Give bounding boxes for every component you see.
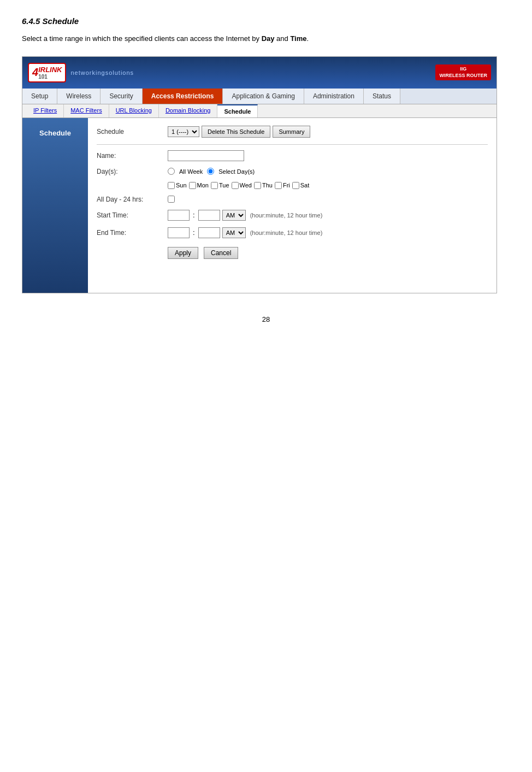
allday-label: All Day - 24 hrs: — [97, 196, 168, 203]
day-mon-item: Mon — [189, 182, 209, 189]
start-minute-input[interactable] — [198, 210, 220, 221]
checkbox-mon[interactable] — [189, 182, 196, 189]
action-row: Apply Cancel — [97, 247, 488, 259]
logo-number: 4 — [32, 66, 38, 79]
day-sun-item: Sun — [168, 182, 187, 189]
name-controls — [168, 150, 244, 161]
desc-bold2: Time — [290, 34, 306, 43]
router-header: 4 IRLINK 101 networkingsolutions IIG WIR… — [22, 57, 496, 89]
checkbox-allday[interactable] — [168, 196, 175, 203]
end-time-hint: (hour:minute, 12 hour time) — [250, 229, 323, 236]
schedule-controls: 1 (----) 2 (----) 3 (----) 4 (----) 5 (-… — [168, 126, 310, 138]
day-wed-item: Wed — [232, 182, 252, 189]
fri-label: Fri — [283, 182, 290, 188]
sidebar: Schedule — [22, 118, 88, 293]
logo-area: 4 IRLINK 101 networkingsolutions — [28, 63, 134, 82]
end-minute-input[interactable] — [198, 227, 220, 238]
badge-line1: IIG — [439, 66, 487, 73]
page-content: 6.4.5 Schedule Select a time range in wh… — [0, 0, 532, 345]
name-label: Name: — [97, 152, 168, 160]
divider — [97, 144, 488, 145]
radio-all-week[interactable] — [168, 168, 175, 175]
checkbox-wed[interactable] — [232, 182, 239, 189]
badge-line2: WIRELESS ROUTER — [439, 73, 487, 79]
desc-part1: Select a time range in which the specifi… — [22, 34, 262, 43]
checkbox-fri[interactable] — [275, 182, 282, 189]
apply-button[interactable]: Apply — [168, 247, 198, 259]
days-row: Day(s): All Week Select Day(s) — [97, 168, 488, 175]
tab-application-gaming[interactable]: Application & Gaming — [223, 89, 304, 104]
start-hour-input[interactable] — [168, 210, 190, 221]
checkbox-tue[interactable] — [211, 182, 218, 189]
radio-select-days[interactable] — [207, 168, 214, 175]
end-time-row: End Time: : AM PM (hour:minute, 12 hour … — [97, 227, 488, 238]
all-week-label: All Week — [179, 168, 203, 175]
logo-101: 101 — [38, 74, 62, 80]
end-hour-input[interactable] — [168, 227, 190, 238]
tab-wireless[interactable]: Wireless — [57, 89, 101, 104]
sub-tab-mac-filters[interactable]: MAC Filters — [64, 104, 109, 117]
checkbox-sun[interactable] — [168, 182, 175, 189]
tab-status[interactable]: Status — [364, 89, 400, 104]
name-row: Name: — [97, 150, 488, 161]
summary-button[interactable]: Summary — [273, 126, 310, 138]
colon1: : — [193, 211, 195, 219]
day-thu-item: Thu — [254, 182, 273, 189]
sub-tabs: IP Filters MAC Filters URL Blocking Doma… — [22, 104, 496, 118]
desc-part2: and — [274, 34, 290, 43]
tab-administration[interactable]: Administration — [304, 89, 364, 104]
delete-schedule-button[interactable]: Delete This Schedule — [202, 126, 270, 138]
day-fri-item: Fri — [275, 182, 290, 189]
day-checkboxes: Sun Mon Tue Wed — [168, 182, 309, 189]
desc-bold1: Day — [262, 34, 275, 43]
logo-irlink: IRLINK — [38, 66, 62, 74]
content-area: Schedule 1 (----) 2 (----) 3 (----) 4 (-… — [88, 118, 496, 293]
day-tue-item: Tue — [211, 182, 229, 189]
page-footer: 28 — [22, 304, 510, 334]
action-controls: Apply Cancel — [168, 247, 238, 259]
start-ampm-select[interactable]: AM PM — [222, 210, 246, 221]
sat-label: Sat — [300, 182, 310, 188]
radio-group: All Week Select Day(s) — [168, 168, 255, 175]
days-label: Day(s): — [97, 168, 168, 175]
day-sat-item: Sat — [292, 182, 310, 189]
sub-tab-domain-blocking[interactable]: Domain Blocking — [159, 104, 218, 117]
thu-label: Thu — [262, 182, 273, 188]
wed-label: Wed — [240, 182, 252, 188]
cancel-button[interactable]: Cancel — [204, 247, 238, 259]
colon2: : — [193, 228, 195, 237]
end-time-label: End Time: — [97, 229, 168, 237]
logo-box: 4 IRLINK 101 — [28, 63, 66, 82]
start-time-row: Start Time: : AM PM (hour:minute, 12 hou… — [97, 210, 488, 221]
tab-setup[interactable]: Setup — [22, 89, 57, 104]
sub-tab-ip-filters[interactable]: IP Filters — [27, 104, 64, 117]
mon-label: Mon — [197, 182, 209, 188]
allday-row: All Day - 24 hrs: — [97, 196, 488, 203]
router-ui: 4 IRLINK 101 networkingsolutions IIG WIR… — [22, 56, 497, 293]
select-days-label: Select Day(s) — [218, 168, 255, 175]
sub-tab-schedule[interactable]: Schedule — [217, 104, 258, 117]
sub-tab-url-blocking[interactable]: URL Blocking — [109, 104, 159, 117]
checkbox-thu[interactable] — [254, 182, 261, 189]
schedule-field-label: Schedule — [97, 128, 168, 135]
brand-badge: IIG WIRELESS ROUTER — [435, 64, 491, 80]
description: Select a time range in which the specifi… — [22, 33, 510, 44]
tab-access-restrictions[interactable]: Access Restrictions — [143, 89, 223, 104]
end-time-controls: : AM PM (hour:minute, 12 hour time) — [168, 227, 322, 238]
tue-label: Tue — [219, 182, 229, 188]
desc-end: . — [307, 34, 309, 43]
schedule-select[interactable]: 1 (----) 2 (----) 3 (----) 4 (----) 5 (-… — [168, 126, 199, 137]
end-ampm-select[interactable]: AM PM — [222, 227, 246, 238]
section-title: 6.4.5 Schedule — [22, 16, 510, 26]
allday-controls — [168, 196, 175, 203]
days-radio-controls: All Week Select Day(s) — [168, 168, 255, 175]
networking-solutions: networkingsolutions — [70, 69, 134, 76]
name-input[interactable] — [168, 150, 244, 161]
start-time-controls: : AM PM (hour:minute, 12 hour time) — [168, 210, 322, 221]
checkboxes-row: Sun Mon Tue Wed — [97, 182, 488, 189]
start-time-label: Start Time: — [97, 211, 168, 219]
logo-text-area: IRLINK 101 — [38, 66, 62, 80]
checkbox-sat[interactable] — [292, 182, 299, 189]
tab-security[interactable]: Security — [101, 89, 142, 104]
sun-label: Sun — [176, 182, 187, 188]
